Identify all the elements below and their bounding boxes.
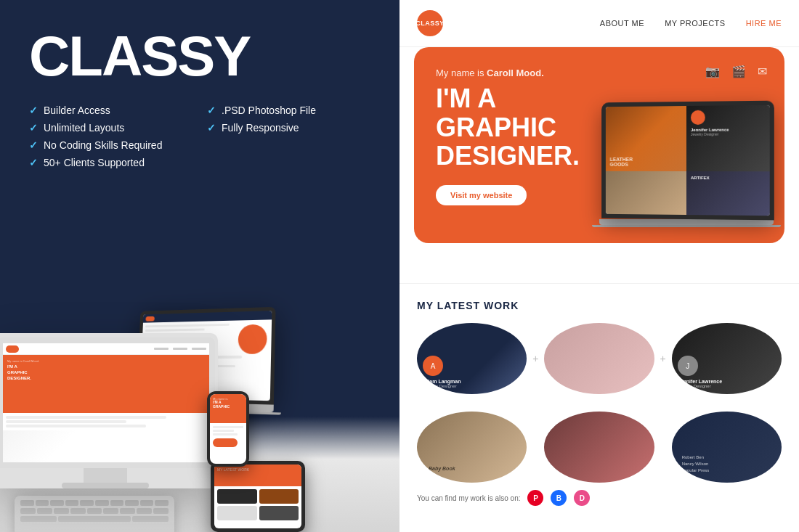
tablet-card (259, 489, 299, 504)
grid-spacer-3 (544, 397, 654, 409)
portfolio-item-3[interactable]: J Jennifer Lawrence Jewelry Designer (672, 323, 782, 394)
phone-screen: My name is I'M AGRAPHIC (210, 394, 246, 464)
phone-body (210, 423, 246, 450)
key (140, 500, 154, 506)
brand-title: CLASSY (29, 28, 370, 84)
tablet-card (217, 506, 257, 520)
hero-cta-button[interactable]: Visit my website (436, 185, 527, 205)
grid-spacer-5 (672, 397, 782, 409)
book-label: Baby Book (423, 460, 461, 477)
site-nav: CLASSY ABOUT ME MY PROJECTS HIRE ME (400, 0, 799, 47)
screen-hero-sub: My name is Caroll Mood. (7, 359, 205, 363)
screen-hero-text: I'M AGRAPHICDESIGNER. (7, 364, 205, 381)
screen-line (6, 420, 126, 423)
check-icon-psd: ✓ (207, 105, 216, 116)
key (70, 508, 86, 514)
hero-laptop-base (592, 225, 781, 227)
screen-content: My name is Caroll Mood. I'M AGRAPHICDESI… (3, 343, 209, 462)
nav-links: ABOUT ME MY PROJECTS HIRE ME (600, 19, 782, 28)
left-content: CLASSY ✓ Builder Access ✓ .PSD Photoshop… (0, 0, 400, 168)
tablet-hero: MY LATEST WORK (214, 465, 301, 486)
mini-item-3: Popular Press (682, 468, 771, 472)
phone-frame: My name is I'M AGRAPHIC (207, 391, 249, 467)
key (20, 500, 34, 506)
person-name-1: Adam Langman (423, 379, 461, 384)
monitor-stand (84, 468, 127, 483)
portfolio-item-1[interactable]: A Adam Langman Graphic Designer (417, 323, 527, 394)
key (50, 500, 64, 506)
dribbble-icon[interactable]: D (574, 490, 590, 506)
website-preview-top: CLASSY ABOUT ME MY PROJECTS HIRE ME My n… (400, 0, 799, 283)
tablet-screen: MY LATEST WORK (214, 465, 301, 528)
phone-hero: My name is I'M AGRAPHIC (210, 394, 246, 423)
feature-item-4: ✓ 50+ Clients Supported (29, 157, 192, 168)
plus-1: + (530, 353, 541, 364)
phone-line (213, 433, 238, 435)
hero-intro: My name is Caroll Mood. (436, 67, 763, 78)
portfolio-section: MY LATEST WORK A Adam Langman Graphic De… (400, 283, 799, 532)
check-icon-1: ✓ (29, 105, 38, 116)
mini-item: Robert Ben (682, 455, 771, 459)
desktop-mockup: My name is Caroll Mood. I'M AGRAPHICDESI… (0, 333, 240, 488)
social-bar: You can find my work is also on: P B D (417, 490, 782, 506)
feature-item-1: ✓ Builder Access (29, 105, 192, 116)
tablet-card (259, 506, 299, 520)
pinterest-icon[interactable]: P (527, 490, 543, 506)
screen-nav-link (192, 348, 206, 350)
hero-title: I'M A GRAPHIC DESIGNER. (436, 84, 763, 171)
keyboard-row-2 (20, 508, 169, 514)
key (120, 508, 135, 514)
key-enter (132, 516, 169, 522)
key (95, 500, 109, 506)
key (110, 500, 124, 506)
grid-spacer-7 (657, 412, 669, 483)
key (155, 500, 169, 506)
screen-nav-links (154, 348, 206, 350)
item-6-mini: Robert Ben Nancy Wilson Popular Press (678, 451, 776, 477)
key (153, 508, 169, 514)
person-name-3: Jennifer Lawrence (678, 379, 722, 384)
hero-title-line1: I'M A (436, 83, 496, 113)
tablet-mockup: MY LATEST WORK (211, 461, 305, 532)
item-6-content: Robert Ben Nancy Wilson Popular Press (672, 412, 782, 483)
plus-2: + (657, 353, 669, 364)
hero-left: My name is Caroll Mood. I'M A GRAPHIC DE… (436, 67, 763, 223)
laptop-logo (145, 316, 154, 321)
nav-link-hire[interactable]: HIRE ME (746, 19, 782, 28)
mini-item-2: Nancy Wilson (682, 462, 771, 466)
screen-logo (6, 345, 19, 353)
keyboard-row-1 (20, 500, 169, 506)
avatar-1: A (423, 356, 443, 376)
screen-line (6, 416, 166, 419)
key (125, 500, 139, 506)
check-icon-2: ✓ (29, 122, 38, 134)
behance-icon[interactable]: B (551, 490, 567, 506)
feature-label-3: No Coding Skills Required (44, 139, 162, 151)
portfolio-item-2[interactable] (544, 323, 654, 394)
item-3-content: J Jennifer Lawrence Jewelry Designer (672, 323, 782, 394)
hero-title-line2: GRAPHIC (436, 112, 556, 142)
portfolio-item-4[interactable]: Baby Book (417, 412, 527, 483)
portfolio-grid: A Adam Langman Graphic Designer + + J Je… (417, 323, 782, 483)
nav-link-projects[interactable]: MY PROJECTS (665, 19, 726, 28)
portfolio-item-5[interactable] (544, 412, 654, 483)
phone-mockup: My name is I'M AGRAPHIC (207, 391, 249, 467)
feature-label-1: Builder Access (44, 105, 110, 116)
nav-link-about[interactable]: ABOUT ME (600, 19, 644, 28)
phone-btn (213, 438, 238, 447)
social-text: You can find my work is also on: (417, 494, 520, 502)
screen-nav (3, 343, 209, 355)
key (20, 508, 36, 514)
key (103, 508, 118, 514)
hero-section: My name is Caroll Mood. I'M A GRAPHIC DE… (414, 47, 784, 243)
feature-label-4: 50+ Clients Supported (44, 157, 145, 168)
devices-area: My name is Caroll Mood. I'M AGRAPHICDESI… (0, 205, 400, 532)
keyboard-mockup (15, 496, 174, 532)
grid-spacer-6 (530, 412, 541, 483)
phone-line (213, 426, 243, 428)
key (87, 508, 102, 514)
monitor-frame: My name is Caroll Mood. I'M AGRAPHICDESI… (0, 333, 218, 488)
portfolio-item-6[interactable]: Robert Ben Nancy Wilson Popular Press (672, 412, 782, 483)
person-title-3: Jewelry Designer (678, 384, 711, 388)
screen-body (3, 413, 209, 430)
